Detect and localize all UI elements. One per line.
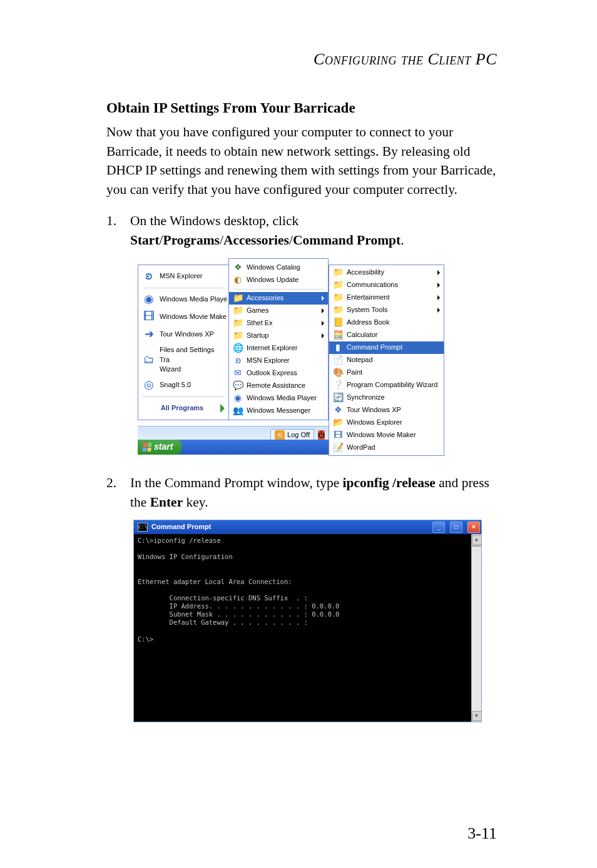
sm-left-label: Windows Media Playe: [160, 295, 227, 305]
start-menu-accessories-panel: 📁Accessibility📁Communications📁Entertainm…: [329, 265, 444, 456]
sm-mid-item[interactable]: 💬Remote Assistance: [229, 380, 328, 392]
scroll-down-button[interactable]: ▼: [472, 711, 482, 721]
start-menu-left-panel: ʚMSN Explorer ◉Windows Media Playe 🎞Wind…: [138, 265, 228, 420]
snagit-icon: ◎: [142, 378, 156, 392]
cmd-scrollbar[interactable]: ▲ ▼: [471, 534, 481, 722]
sm-right-item[interactable]: 📁Entertainment: [329, 291, 444, 304]
sm-right-item[interactable]: 📒Address Book: [329, 316, 444, 329]
start-label: start: [154, 441, 173, 453]
step1-b1: Start: [130, 233, 160, 248]
movie-icon: 🎞: [142, 310, 156, 324]
folder-icon: ʚ: [233, 356, 243, 366]
butterfly-icon: ʚ: [142, 270, 156, 283]
sm-left-item[interactable]: 🗂Files and Settings Tra Wizard: [138, 343, 228, 376]
sm-left-item[interactable]: ◉Windows Media Playe: [138, 291, 228, 308]
sm-right-item[interactable]: 🧮Calculator: [329, 329, 444, 341]
sm-mid-label: Windows Messenger: [247, 406, 310, 416]
update-icon: ◐: [233, 275, 243, 285]
step2-b2: Enter: [150, 495, 183, 510]
sm-mid-item[interactable]: 📁Startup: [229, 330, 328, 342]
sm-mid-label: Accessories: [247, 293, 283, 303]
sm-mid-label: Startup: [247, 331, 268, 341]
sm-mid-item[interactable]: 👥Windows Messenger: [229, 405, 328, 417]
program-icon: 🧮: [333, 330, 343, 340]
close-button[interactable]: ×: [467, 522, 480, 533]
program-icon: 📁: [333, 293, 343, 303]
sm-mid-item[interactable]: ✉Outlook Express: [229, 367, 328, 380]
sm-mid-item[interactable]: ʚMSN Explorer: [229, 355, 328, 367]
sm-mid-item[interactable]: 🌐Internet Explorer: [229, 342, 328, 355]
sm-right-label: Communications: [347, 280, 398, 290]
sm-right-item[interactable]: 🔄Synchronize: [329, 391, 444, 404]
sm-right-label: Address Book: [347, 318, 389, 328]
sm-right-label: Windows Explorer: [347, 418, 402, 428]
sm-mid-label: Windows Catalog: [247, 263, 300, 273]
sm-right-item[interactable]: 📄Notepad: [329, 354, 444, 366]
sm-right-item[interactable]: 📁Communications: [329, 279, 444, 291]
sm-mid-item[interactable]: ❖Windows Catalog: [229, 261, 328, 274]
program-icon: 📒: [333, 318, 343, 328]
sm-left-label: MSN Explorer: [160, 271, 202, 281]
folder-icon: 📁: [233, 318, 243, 328]
program-icon: ▮: [333, 343, 343, 353]
sm-right-item[interactable]: ❔Program Compatibility Wizard: [329, 379, 444, 391]
folder-icon: 👥: [233, 406, 243, 416]
scroll-thumb[interactable]: [472, 545, 482, 547]
step2-b1: ipconfig /release: [343, 475, 436, 490]
wizard-icon: 🗂: [142, 353, 156, 367]
sm-right-label: Accessibility: [347, 268, 384, 278]
sm-mid-label: Windows Update: [247, 275, 298, 285]
step1-b3: Accessories: [223, 233, 289, 248]
maximize-button[interactable]: □: [450, 522, 462, 533]
shutdown-icon[interactable]: ⏻: [318, 430, 325, 440]
sm-left-item[interactable]: ◎SnagIt 5.0: [138, 376, 228, 394]
sm-right-label: Tour Windows XP: [347, 405, 401, 415]
cmd-output[interactable]: C:\>ipconfig /release Windows IP Configu…: [134, 534, 471, 722]
sm-mid-item[interactable]: 📁Accessories: [229, 292, 328, 305]
program-icon: 📄: [333, 355, 343, 365]
figure-start-menu: ʚMSN Explorer ◉Windows Media Playe 🎞Wind…: [130, 258, 497, 458]
program-icon: 📁: [333, 280, 343, 290]
sm-right-item[interactable]: ❖Tour Windows XP: [329, 404, 444, 416]
minimize-button[interactable]: _: [432, 522, 445, 533]
sm-right-label: Paint: [347, 368, 362, 378]
page-number: 3-11: [467, 824, 497, 843]
cmd-titlebar[interactable]: c:\ Command Prompt _ □ ×: [134, 520, 481, 534]
logoff-label: Log Off: [287, 430, 310, 440]
sm-right-item[interactable]: 📝WordPad: [329, 442, 444, 454]
sm-right-item[interactable]: 🎞Windows Movie Maker: [329, 429, 444, 442]
sm-right-item[interactable]: 📁System Tools: [329, 304, 444, 316]
program-icon: ❖: [333, 405, 343, 415]
step1-b2: Programs: [163, 233, 220, 248]
program-icon: 🔄: [333, 393, 343, 403]
sm-mid-item[interactable]: 📁Sthet Ex: [229, 317, 328, 330]
sm-left-label: SnagIt 5.0: [160, 380, 191, 390]
sm-mid-item[interactable]: 📁Games: [229, 305, 328, 317]
sm-left-item[interactable]: ʚMSN Explorer: [138, 268, 228, 285]
separator: [142, 396, 225, 397]
sm-right-item[interactable]: 🎨Paint: [329, 366, 444, 379]
sm-right-item[interactable]: 📁Accessibility: [329, 266, 444, 279]
running-head: Configuring the Client PC: [106, 50, 497, 69]
step1-pre: On the Windows desktop, click: [130, 213, 298, 228]
scroll-up-button[interactable]: ▲: [472, 535, 482, 545]
start-menu-programs-panel: ❖Windows Catalog ◐Windows Update 📁Access…: [228, 258, 329, 420]
program-icon: 🎞: [333, 430, 343, 440]
program-icon: ❔: [333, 380, 343, 390]
start-button[interactable]: start: [138, 440, 181, 455]
figure-command-prompt: c:\ Command Prompt _ □ × C:\>ipconfig /r…: [130, 520, 497, 722]
sm-mid-item[interactable]: ◉Windows Media Player: [229, 392, 328, 405]
sm-left-item[interactable]: ➜Tour Windows XP: [138, 326, 228, 343]
sm-right-label: Entertainment: [347, 293, 389, 303]
sm-right-label: Synchronize: [347, 393, 385, 403]
sm-right-item[interactable]: 📂Windows Explorer: [329, 416, 444, 429]
step1-post: .: [401, 233, 404, 248]
sm-right-item[interactable]: ▮Command Prompt: [329, 341, 444, 354]
sm-left-item[interactable]: 🎞Windows Movie Make: [138, 308, 228, 326]
sm-mid-label: Internet Explorer: [247, 343, 297, 353]
sm-left-label: Tour Windows XP: [160, 330, 214, 340]
all-programs-item[interactable]: All Programs: [138, 400, 228, 417]
separator: [142, 288, 225, 288]
sm-mid-item[interactable]: ◐Windows Update: [229, 274, 328, 286]
sm-right-label: Windows Movie Maker: [347, 430, 416, 440]
